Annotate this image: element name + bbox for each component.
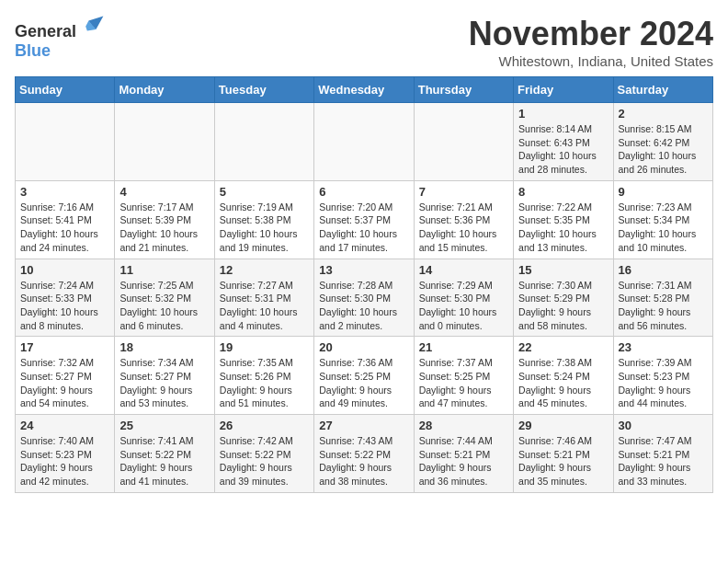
day-number: 7 (419, 185, 508, 199)
day-number: 30 (619, 419, 708, 432)
day-info: Sunrise: 7:37 AM Sunset: 5:25 PM Dayligh… (419, 356, 508, 410)
day-info: Sunrise: 7:20 AM Sunset: 5:37 PM Dayligh… (319, 201, 408, 255)
day-number: 17 (20, 340, 109, 354)
week-row-5: 24Sunrise: 7:40 AM Sunset: 5:23 PM Dayli… (16, 415, 713, 493)
day-info: Sunrise: 8:15 AM Sunset: 6:42 PM Dayligh… (619, 122, 708, 177)
day-info: Sunrise: 7:23 AM Sunset: 5:34 PM Dayligh… (619, 201, 708, 255)
day-number: 12 (220, 263, 309, 277)
week-row-2: 3Sunrise: 7:16 AM Sunset: 5:41 PM Daylig… (16, 180, 713, 259)
calendar-cell: 29Sunrise: 7:46 AM Sunset: 5:21 PM Dayli… (514, 415, 613, 493)
day-info: Sunrise: 7:25 AM Sunset: 5:32 PM Dayligh… (119, 279, 209, 333)
column-header-thursday: Thursday (414, 77, 513, 103)
column-header-sunday: Sunday (16, 77, 115, 103)
day-info: Sunrise: 7:19 AM Sunset: 5:38 PM Dayligh… (220, 201, 309, 255)
calendar-cell: 3Sunrise: 7:16 AM Sunset: 5:41 PM Daylig… (16, 180, 115, 259)
day-info: Sunrise: 7:39 AM Sunset: 5:23 PM Dayligh… (619, 356, 708, 410)
day-info: Sunrise: 7:34 AM Sunset: 5:27 PM Dayligh… (119, 356, 209, 410)
calendar-cell: 9Sunrise: 7:23 AM Sunset: 5:34 PM Daylig… (613, 180, 712, 259)
day-number: 20 (319, 340, 408, 354)
day-info: Sunrise: 7:36 AM Sunset: 5:25 PM Dayligh… (319, 356, 408, 410)
day-info: Sunrise: 7:28 AM Sunset: 5:30 PM Dayligh… (319, 279, 408, 333)
calendar-cell (314, 103, 414, 181)
column-header-saturday: Saturday (613, 77, 712, 103)
column-header-tuesday: Tuesday (214, 77, 313, 103)
day-info: Sunrise: 7:47 AM Sunset: 5:21 PM Dayligh… (619, 434, 708, 488)
logo-text: General Blue (15, 15, 105, 61)
calendar-cell: 2Sunrise: 8:15 AM Sunset: 6:42 PM Daylig… (613, 103, 712, 181)
day-number: 5 (220, 185, 309, 199)
day-info: Sunrise: 7:40 AM Sunset: 5:23 PM Dayligh… (20, 434, 109, 488)
page-header: General Blue November 2024 Whitestown, I… (15, 15, 713, 69)
day-info: Sunrise: 7:43 AM Sunset: 5:22 PM Dayligh… (319, 434, 408, 488)
calendar-table: SundayMondayTuesdayWednesdayThursdayFrid… (15, 76, 713, 493)
day-number: 10 (20, 263, 109, 277)
day-info: Sunrise: 7:16 AM Sunset: 5:41 PM Dayligh… (20, 201, 109, 255)
day-info: Sunrise: 7:29 AM Sunset: 5:30 PM Dayligh… (419, 279, 508, 333)
day-info: Sunrise: 7:38 AM Sunset: 5:24 PM Dayligh… (518, 356, 608, 410)
day-number: 25 (119, 419, 209, 432)
calendar-header-row: SundayMondayTuesdayWednesdayThursdayFrid… (16, 77, 713, 103)
day-number: 8 (518, 185, 608, 199)
day-number: 1 (518, 107, 608, 121)
day-number: 14 (419, 263, 508, 277)
day-info: Sunrise: 7:24 AM Sunset: 5:33 PM Dayligh… (20, 279, 109, 333)
calendar-cell: 15Sunrise: 7:30 AM Sunset: 5:29 PM Dayli… (514, 259, 613, 337)
day-info: Sunrise: 7:32 AM Sunset: 5:27 PM Dayligh… (20, 356, 109, 410)
calendar-cell (214, 103, 313, 181)
day-number: 4 (119, 185, 209, 199)
logo: General Blue (15, 15, 105, 61)
day-info: Sunrise: 7:22 AM Sunset: 5:35 PM Dayligh… (518, 201, 608, 255)
column-header-friday: Friday (514, 77, 613, 103)
week-row-1: 1Sunrise: 8:14 AM Sunset: 6:43 PM Daylig… (16, 103, 713, 181)
calendar-cell (16, 103, 115, 181)
day-number: 6 (319, 185, 408, 199)
day-number: 2 (619, 107, 708, 121)
day-info: Sunrise: 7:17 AM Sunset: 5:39 PM Dayligh… (119, 201, 209, 255)
day-number: 26 (220, 419, 309, 432)
day-info: Sunrise: 7:46 AM Sunset: 5:21 PM Dayligh… (518, 434, 608, 488)
calendar-cell: 13Sunrise: 7:28 AM Sunset: 5:30 PM Dayli… (314, 259, 414, 337)
day-number: 15 (518, 263, 608, 277)
calendar-cell: 16Sunrise: 7:31 AM Sunset: 5:28 PM Dayli… (613, 259, 712, 337)
calendar-cell: 5Sunrise: 7:19 AM Sunset: 5:38 PM Daylig… (214, 180, 313, 259)
calendar-cell: 23Sunrise: 7:39 AM Sunset: 5:23 PM Dayli… (613, 337, 712, 415)
week-row-4: 17Sunrise: 7:32 AM Sunset: 5:27 PM Dayli… (16, 337, 713, 415)
day-number: 28 (419, 419, 508, 432)
day-info: Sunrise: 7:27 AM Sunset: 5:31 PM Dayligh… (220, 279, 309, 333)
month-title: November 2024 (469, 15, 713, 53)
day-number: 13 (319, 263, 408, 277)
day-number: 16 (619, 263, 708, 277)
logo-blue: Blue (15, 41, 51, 60)
calendar-cell: 28Sunrise: 7:44 AM Sunset: 5:21 PM Dayli… (414, 415, 513, 493)
day-number: 18 (119, 340, 209, 354)
calendar-cell: 22Sunrise: 7:38 AM Sunset: 5:24 PM Dayli… (514, 337, 613, 415)
calendar-cell: 7Sunrise: 7:21 AM Sunset: 5:36 PM Daylig… (414, 180, 513, 259)
calendar-cell: 24Sunrise: 7:40 AM Sunset: 5:23 PM Dayli… (16, 415, 115, 493)
calendar-cell: 12Sunrise: 7:27 AM Sunset: 5:31 PM Dayli… (214, 259, 313, 337)
calendar-cell: 30Sunrise: 7:47 AM Sunset: 5:21 PM Dayli… (613, 415, 712, 493)
calendar-cell: 1Sunrise: 8:14 AM Sunset: 6:43 PM Daylig… (514, 103, 613, 181)
column-header-monday: Monday (115, 77, 214, 103)
calendar-cell: 21Sunrise: 7:37 AM Sunset: 5:25 PM Dayli… (414, 337, 513, 415)
day-number: 11 (119, 263, 209, 277)
day-number: 3 (20, 185, 109, 199)
calendar-cell: 27Sunrise: 7:43 AM Sunset: 5:22 PM Dayli… (314, 415, 414, 493)
day-info: Sunrise: 7:35 AM Sunset: 5:26 PM Dayligh… (220, 356, 309, 410)
calendar-cell: 18Sunrise: 7:34 AM Sunset: 5:27 PM Dayli… (115, 337, 214, 415)
location: Whitestown, Indiana, United States (469, 53, 713, 69)
day-number: 21 (419, 340, 508, 354)
day-info: Sunrise: 7:31 AM Sunset: 5:28 PM Dayligh… (619, 279, 708, 333)
title-area: November 2024 Whitestown, Indiana, Unite… (469, 15, 713, 69)
calendar-cell: 4Sunrise: 7:17 AM Sunset: 5:39 PM Daylig… (115, 180, 214, 259)
day-info: Sunrise: 7:42 AM Sunset: 5:22 PM Dayligh… (220, 434, 309, 488)
calendar-cell: 26Sunrise: 7:42 AM Sunset: 5:22 PM Dayli… (214, 415, 313, 493)
day-info: Sunrise: 7:41 AM Sunset: 5:22 PM Dayligh… (119, 434, 209, 488)
calendar-cell: 6Sunrise: 7:20 AM Sunset: 5:37 PM Daylig… (314, 180, 414, 259)
calendar-cell (115, 103, 214, 181)
day-number: 23 (619, 340, 708, 354)
logo-general: General (15, 22, 76, 40)
day-info: Sunrise: 7:21 AM Sunset: 5:36 PM Dayligh… (419, 201, 508, 255)
day-number: 9 (619, 185, 708, 199)
day-info: Sunrise: 7:30 AM Sunset: 5:29 PM Dayligh… (518, 279, 608, 333)
week-row-3: 10Sunrise: 7:24 AM Sunset: 5:33 PM Dayli… (16, 259, 713, 337)
